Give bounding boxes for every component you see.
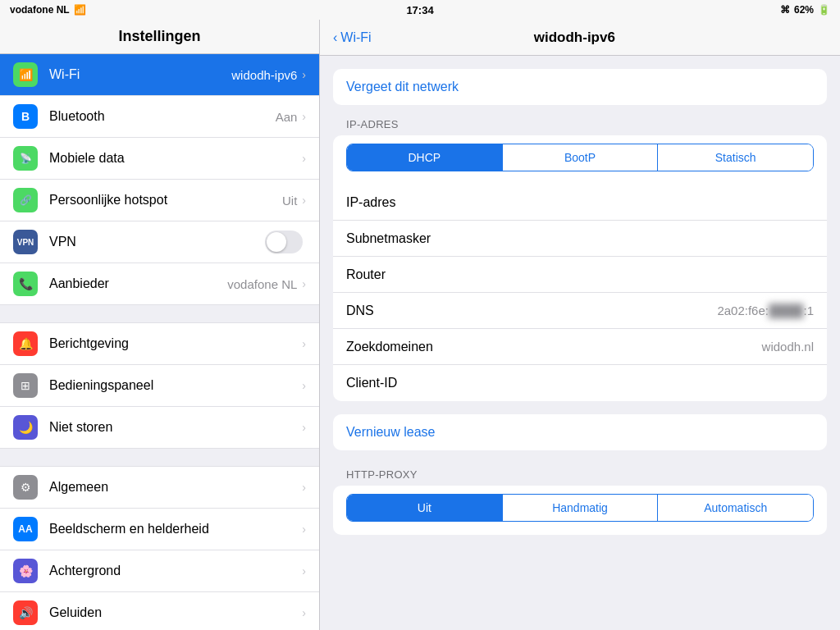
http-section-content: Uit Handmatig Automatisch	[333, 486, 827, 535]
sidebar-item-vpn[interactable]: VPN VPN	[0, 221, 319, 263]
sidebar: Instellingen 📶 Wi-Fi widodh-ipv6 › B Blu…	[0, 20, 320, 630]
status-time: 17:34	[406, 4, 433, 16]
sidebar-item-aanbieder[interactable]: 📞 Aanbieder vodafone NL ›	[0, 263, 319, 305]
geluiden-arrow: ›	[302, 606, 306, 619]
vpn-label: VPN	[49, 235, 265, 249]
http-segmented-control[interactable]: Uit Handmatig Automatisch	[346, 494, 814, 522]
algemeen-icon: ⚙	[13, 475, 38, 500]
geluiden-icon: 🔊	[13, 600, 38, 625]
sidebar-item-mobiele-data[interactable]: 📡 Mobiele data ›	[0, 138, 319, 180]
hotspot-arrow: ›	[302, 194, 306, 207]
seg-statisch[interactable]: Statisch	[657, 144, 813, 171]
aanbieder-label: Aanbieder	[49, 276, 227, 291]
vernieuw-lease-row[interactable]: Vernieuw lease	[333, 414, 827, 450]
sidebar-section-2: 🔔 Berichtgeving › ⊞ Bedieningspaneel › 🌙…	[0, 323, 319, 449]
dns-value: 2a02:f6e:████:1	[717, 304, 814, 317]
vernieuw-lease-label: Vernieuw lease	[346, 425, 436, 440]
berichtgeving-icon: 🔔	[13, 331, 38, 356]
wifi-value: widodh-ipv6	[231, 68, 297, 82]
back-label: Wi-Fi	[340, 30, 371, 45]
sidebar-section-3: ⚙ Algemeen › AA Beeldscherm en helderhei…	[0, 467, 319, 630]
subnetmasker-label: Subnetmasker	[346, 231, 814, 246]
sidebar-item-berichtgeving[interactable]: 🔔 Berichtgeving ›	[0, 323, 319, 365]
zoekdomeinen-label: Zoekdomeinen	[346, 340, 762, 354]
algemeen-label: Algemeen	[49, 480, 302, 495]
bluetooth-arrow: ›	[302, 110, 306, 123]
vernieuw-lease-section: Vernieuw lease	[333, 414, 827, 450]
back-chevron: ‹	[333, 30, 337, 45]
sidebar-item-geluiden[interactable]: 🔊 Geluiden ›	[0, 592, 319, 630]
achtergrond-icon: 🌸	[13, 559, 38, 583]
seg-automatisch[interactable]: Automatisch	[657, 495, 813, 521]
vpn-toggle-knob	[267, 232, 286, 252]
sidebar-item-bedieningspaneel[interactable]: ⊞ Bedieningspaneel ›	[0, 365, 319, 407]
niet-storen-label: Niet storen	[49, 420, 302, 435]
sidebar-section-1: 📶 Wi-Fi widodh-ipv6 › B Bluetooth Aan › …	[0, 54, 319, 305]
sidebar-item-achtergrond[interactable]: 🌸 Achtergrond ›	[0, 550, 319, 592]
dns-row: DNS 2a02:f6e:████:1	[333, 293, 827, 329]
client-id-label: Client-ID	[346, 376, 814, 390]
battery-icon: 🔋	[818, 4, 830, 16]
seg-handmatig[interactable]: Handmatig	[502, 495, 658, 521]
router-row: Router	[333, 257, 827, 293]
geluiden-label: Geluiden	[49, 605, 302, 620]
aanbieder-icon-circle: 📞	[13, 272, 38, 296]
sidebar-title: Instellingen	[0, 20, 319, 54]
http-section-header: HTTP-PROXY	[333, 463, 827, 486]
zoekdomeinen-row: Zoekdomeinen widodh.nl	[333, 329, 827, 365]
wifi-label: Wi-Fi	[49, 67, 231, 82]
sidebar-item-beeldscherm[interactable]: AA Beeldscherm en helderheid ›	[0, 509, 319, 550]
beeldscherm-label: Beeldscherm en helderheid	[49, 522, 302, 536]
dns-label: DNS	[346, 304, 717, 318]
bluetooth-value: Aan	[276, 110, 298, 124]
ip-segmented-control[interactable]: DHCP BootP Statisch	[346, 144, 814, 171]
hotspot-icon-circle: 🔗	[13, 188, 38, 212]
sidebar-item-wifi[interactable]: 📶 Wi-Fi widodh-ipv6 ›	[0, 54, 319, 96]
status-right: ⌘ 62% 🔋	[780, 4, 830, 16]
ip-section-content: DHCP BootP Statisch IP-adres Subnetmaske…	[333, 135, 827, 401]
forget-network-label: Vergeet dit netwerk	[346, 80, 459, 94]
bluetooth-label: Bluetooth	[49, 109, 276, 124]
ip-adres-label: IP-adres	[346, 195, 814, 210]
sidebar-item-algemeen[interactable]: ⚙ Algemeen ›	[0, 467, 319, 509]
sidebar-item-niet-storen[interactable]: 🌙 Niet storen ›	[0, 407, 319, 449]
bluetooth-icon: ⌘	[780, 4, 790, 16]
algemeen-arrow: ›	[302, 481, 306, 494]
seg-uit[interactable]: Uit	[347, 495, 502, 521]
http-section: HTTP-PROXY Uit Handmatig Automatisch	[333, 463, 827, 535]
separator-2	[0, 449, 319, 467]
achtergrond-arrow: ›	[302, 564, 306, 578]
aanbieder-arrow: ›	[302, 277, 306, 290]
vpn-toggle[interactable]	[265, 231, 303, 253]
sidebar-item-hotspot[interactable]: 🔗 Persoonlijke hotspot Uit ›	[0, 180, 319, 221]
wifi-arrow: ›	[302, 68, 306, 81]
right-panel-title: widodh-ipv6	[372, 30, 778, 46]
wifi-icon-circle: 📶	[13, 62, 38, 87]
client-id-row: Client-ID	[333, 365, 827, 401]
bedieningspaneel-label: Bedieningspaneel	[49, 378, 302, 393]
forget-network-row[interactable]: Vergeet dit netwerk	[333, 69, 827, 105]
seg-bootp[interactable]: BootP	[502, 144, 658, 171]
router-label: Router	[346, 267, 814, 282]
seg-dhcp[interactable]: DHCP	[347, 144, 502, 171]
aanbieder-value: vodafone NL	[227, 277, 297, 291]
ip-section-header: IP-ADRES	[333, 118, 827, 135]
status-left: vodafone NL 📶	[10, 4, 86, 16]
niet-storen-icon: 🌙	[13, 415, 38, 440]
mobiele-data-icon-circle: 📡	[13, 146, 38, 171]
hotspot-value: Uit	[282, 194, 297, 208]
sidebar-item-bluetooth[interactable]: B Bluetooth Aan ›	[0, 96, 319, 138]
battery-text: 62%	[794, 4, 814, 16]
bedieningspaneel-arrow: ›	[302, 379, 306, 392]
separator-1	[0, 305, 319, 323]
back-button[interactable]: ‹ Wi-Fi	[333, 30, 372, 45]
ip-section: IP-ADRES DHCP BootP Statisch IP-adres Su	[333, 118, 827, 401]
forget-network-section: Vergeet dit netwerk	[333, 69, 827, 105]
right-header: ‹ Wi-Fi widodh-ipv6	[320, 20, 840, 56]
hotspot-label: Persoonlijke hotspot	[49, 193, 282, 208]
beeldscherm-icon: AA	[13, 517, 38, 541]
wifi-icon: 📶	[74, 4, 86, 16]
achtergrond-label: Achtergrond	[49, 564, 302, 578]
berichtgeving-label: Berichtgeving	[49, 336, 302, 351]
carrier-text: vodafone NL	[10, 4, 70, 16]
